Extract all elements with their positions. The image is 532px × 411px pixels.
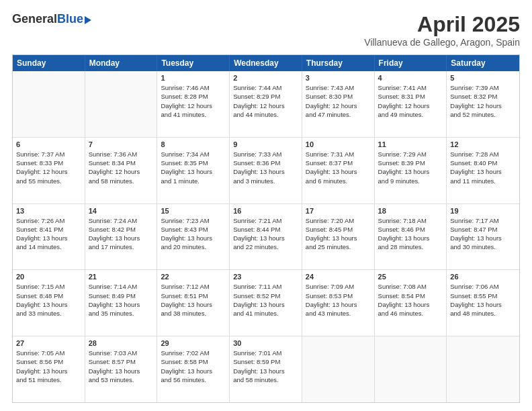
calendar-cell: 24Sunrise: 7:09 AMSunset: 8:53 PMDayligh… (302, 270, 375, 336)
cell-info-line: Daylight: 12 hours (89, 167, 154, 176)
header-day-tuesday: Tuesday (157, 55, 230, 71)
cell-info-line: Daylight: 13 hours (450, 234, 516, 242)
cell-info-line: Daylight: 12 hours (16, 167, 81, 176)
cell-info-line: Daylight: 12 hours (378, 101, 443, 110)
cell-info-line: Daylight: 13 hours (89, 300, 154, 309)
cell-info-line: Sunset: 8:48 PM (16, 291, 81, 300)
cell-info-line: Sunset: 8:28 PM (161, 92, 226, 101)
cell-info-line: Daylight: 13 hours (161, 367, 226, 375)
cell-info-line: Sunset: 8:57 PM (89, 357, 154, 366)
day-number: 3 (306, 74, 371, 82)
cell-info-line: and 30 minutes. (450, 242, 516, 251)
cell-info-line: Daylight: 13 hours (16, 234, 81, 242)
calendar-cell: 19Sunrise: 7:17 AMSunset: 8:47 PMDayligh… (447, 204, 519, 270)
cell-info-line: Sunset: 8:30 PM (306, 92, 371, 101)
calendar-cell: 11Sunrise: 7:29 AMSunset: 8:39 PMDayligh… (375, 138, 447, 203)
cell-info-line: Sunset: 8:43 PM (161, 225, 226, 234)
calendar-row-1: 1Sunrise: 7:46 AMSunset: 8:28 PMDaylight… (13, 71, 519, 138)
calendar-cell: 25Sunrise: 7:08 AMSunset: 8:54 PMDayligh… (375, 270, 447, 336)
day-number: 4 (378, 74, 443, 82)
cell-info-line: Sunset: 8:32 PM (450, 92, 516, 101)
cell-info-line: Daylight: 13 hours (378, 167, 443, 176)
cell-info-line: and 51 minutes. (16, 375, 81, 384)
calendar-header: SundayMondayTuesdayWednesdayThursdayFrid… (13, 55, 519, 71)
day-number: 18 (378, 207, 443, 215)
cell-info-line: Daylight: 13 hours (233, 234, 298, 242)
cell-info-line: Daylight: 13 hours (378, 300, 443, 309)
calendar-cell: 15Sunrise: 7:23 AMSunset: 8:43 PMDayligh… (157, 204, 230, 270)
cell-info-line: Sunrise: 7:17 AM (450, 216, 516, 225)
cell-info-line: and 46 minutes. (378, 309, 443, 318)
cell-info-line: and 33 minutes. (16, 309, 81, 318)
calendar-cell (85, 71, 158, 137)
calendar-cell: 1Sunrise: 7:46 AMSunset: 8:28 PMDaylight… (157, 71, 230, 137)
cell-info-line: Daylight: 13 hours (450, 167, 516, 176)
page: General Blue April 2025 Villanueva de Ga… (0, 0, 532, 411)
calendar-cell: 28Sunrise: 7:03 AMSunset: 8:57 PMDayligh… (85, 336, 158, 402)
cell-info-line: Daylight: 12 hours (306, 101, 371, 110)
cell-info-line: and 53 minutes. (89, 375, 154, 384)
cell-info-line: Daylight: 13 hours (306, 300, 371, 309)
cell-info-line: Daylight: 13 hours (89, 234, 154, 242)
cell-info-line: Sunrise: 7:02 AM (161, 349, 226, 357)
calendar-cell: 6Sunrise: 7:37 AMSunset: 8:33 PMDaylight… (13, 138, 85, 203)
title-block: April 2025 Villanueva de Gallego, Aragon… (364, 12, 520, 48)
cell-info-line: and 38 minutes. (161, 309, 226, 318)
cell-info-line: Sunset: 8:39 PM (378, 158, 443, 167)
cell-info-line: Sunset: 8:40 PM (450, 158, 516, 167)
day-number: 13 (16, 207, 81, 215)
header-day-thursday: Thursday (302, 55, 375, 71)
calendar-cell: 10Sunrise: 7:31 AMSunset: 8:37 PMDayligh… (302, 138, 375, 203)
cell-info-line: Daylight: 13 hours (306, 167, 371, 176)
day-number: 22 (161, 273, 226, 281)
cell-info-line: Sunset: 8:36 PM (233, 158, 298, 167)
cell-info-line: Sunset: 8:53 PM (306, 291, 371, 300)
cell-info-line: Daylight: 13 hours (161, 167, 226, 176)
day-number: 15 (161, 207, 226, 215)
cell-info-line: Sunrise: 7:24 AM (89, 216, 154, 225)
cell-info-line: Sunrise: 7:43 AM (306, 83, 371, 92)
cell-info-line: Sunrise: 7:23 AM (161, 216, 226, 225)
calendar-cell: 27Sunrise: 7:05 AMSunset: 8:56 PMDayligh… (13, 336, 85, 402)
calendar-cell: 5Sunrise: 7:39 AMSunset: 8:32 PMDaylight… (447, 71, 519, 137)
header-day-sunday: Sunday (13, 55, 85, 71)
day-number: 10 (306, 140, 371, 148)
cell-info-line: and 22 minutes. (233, 242, 298, 251)
cell-info-line: Sunset: 8:54 PM (378, 291, 443, 300)
calendar-cell: 2Sunrise: 7:44 AMSunset: 8:29 PMDaylight… (230, 71, 302, 137)
cell-info-line: Daylight: 13 hours (233, 167, 298, 176)
cell-info-line: Sunrise: 7:37 AM (16, 150, 81, 158)
cell-info-line: and 11 minutes. (450, 177, 516, 185)
cell-info-line: Sunset: 8:31 PM (378, 92, 443, 101)
cell-info-line: Sunrise: 7:21 AM (233, 216, 298, 225)
calendar: SundayMondayTuesdayWednesdayThursdayFrid… (12, 54, 520, 403)
cell-info-line: and 43 minutes. (306, 309, 371, 318)
cell-info-line: Daylight: 12 hours (450, 101, 516, 110)
calendar-cell (13, 71, 85, 137)
header-day-monday: Monday (85, 55, 158, 71)
day-number: 23 (233, 273, 298, 281)
calendar-cell: 22Sunrise: 7:12 AMSunset: 8:51 PMDayligh… (157, 270, 230, 336)
day-number: 19 (450, 207, 516, 215)
day-number: 27 (16, 339, 81, 347)
cell-info-line: Sunrise: 7:11 AM (233, 282, 298, 291)
calendar-cell: 9Sunrise: 7:33 AMSunset: 8:36 PMDaylight… (230, 138, 302, 203)
day-number: 7 (89, 140, 154, 148)
calendar-cell: 18Sunrise: 7:18 AMSunset: 8:46 PMDayligh… (375, 204, 447, 270)
logo-arrow-icon (85, 16, 91, 24)
calendar-cell: 7Sunrise: 7:36 AMSunset: 8:34 PMDaylight… (85, 138, 158, 203)
cell-info-line: Sunrise: 7:33 AM (233, 150, 298, 158)
cell-info-line: Sunset: 8:52 PM (233, 291, 298, 300)
cell-info-line: Sunrise: 7:29 AM (378, 150, 443, 158)
cell-info-line: Sunrise: 7:36 AM (89, 150, 154, 158)
calendar-row-3: 13Sunrise: 7:26 AMSunset: 8:41 PMDayligh… (13, 204, 519, 271)
cell-info-line: and 25 minutes. (306, 242, 371, 251)
cell-info-line: Daylight: 13 hours (16, 300, 81, 309)
cell-info-line: and 41 minutes. (233, 309, 298, 318)
cell-info-line: Sunrise: 7:12 AM (161, 282, 226, 291)
cell-info-line: Daylight: 13 hours (233, 367, 298, 375)
day-number: 14 (89, 207, 154, 215)
day-number: 17 (306, 207, 371, 215)
cell-info-line: Sunset: 8:47 PM (450, 225, 516, 234)
calendar-cell (302, 336, 375, 402)
